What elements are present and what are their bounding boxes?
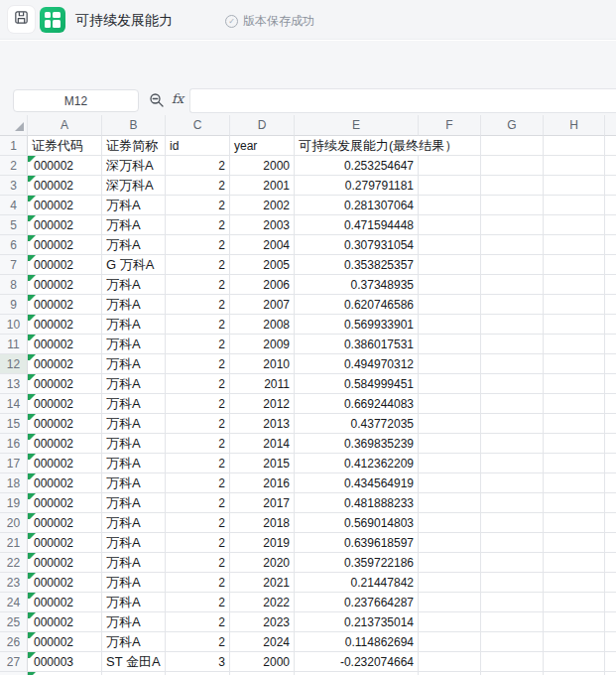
row-number[interactable]: 21: [0, 533, 28, 553]
empty-cell[interactable]: [544, 354, 605, 374]
name-cell[interactable]: 万科A: [102, 354, 166, 374]
empty-cell[interactable]: [419, 473, 481, 493]
empty-cell[interactable]: [605, 354, 616, 374]
empty-cell[interactable]: [481, 573, 544, 593]
name-cell[interactable]: 万科A: [102, 315, 166, 335]
empty-cell[interactable]: [481, 235, 544, 255]
row-number[interactable]: 17: [0, 454, 28, 473]
empty-cell[interactable]: [605, 533, 616, 553]
empty-cell[interactable]: [544, 394, 605, 414]
name-cell[interactable]: 万科A: [102, 196, 166, 215]
insert-function-button[interactable]: fx: [172, 91, 184, 106]
name-cell[interactable]: 万科A: [102, 414, 166, 434]
empty-cell[interactable]: [544, 454, 605, 473]
id-cell[interactable]: 2: [166, 176, 230, 196]
year-cell[interactable]: 2022: [230, 593, 295, 612]
id-cell[interactable]: 2: [166, 593, 230, 612]
name-cell[interactable]: 万科A: [102, 493, 166, 513]
year-cell[interactable]: 2007: [230, 295, 295, 315]
empty-cell[interactable]: [481, 374, 544, 394]
empty-cell[interactable]: [605, 454, 616, 473]
row-number[interactable]: 1: [0, 136, 28, 156]
empty-cell[interactable]: [419, 315, 481, 335]
empty-cell[interactable]: [605, 394, 616, 414]
empty-cell[interactable]: [605, 235, 616, 255]
empty-cell[interactable]: [544, 513, 605, 533]
year-cell[interactable]: 2000: [230, 652, 295, 672]
name-cell[interactable]: 万科A: [102, 612, 166, 632]
year-cell[interactable]: 2020: [230, 553, 295, 573]
empty-cell[interactable]: [481, 196, 544, 215]
empty-cell[interactable]: [544, 612, 605, 632]
id-cell[interactable]: 2: [166, 493, 230, 513]
code-cell[interactable]: 000002: [28, 454, 102, 473]
year-cell[interactable]: 2017: [230, 493, 295, 513]
row-number[interactable]: 13: [0, 374, 28, 394]
empty-cell[interactable]: [605, 473, 616, 493]
column-header-d[interactable]: D: [230, 115, 295, 136]
document-title[interactable]: 可持续发展能力: [75, 12, 173, 30]
column-header-e[interactable]: E: [295, 115, 419, 136]
row-number[interactable]: 27: [0, 652, 28, 672]
formula-input[interactable]: [189, 88, 616, 113]
name-cell[interactable]: G 万科A: [102, 255, 166, 275]
code-cell[interactable]: 000002: [28, 374, 102, 394]
code-cell[interactable]: 000002: [28, 473, 102, 493]
empty-cell[interactable]: [605, 315, 616, 335]
year-cell[interactable]: 2011: [230, 374, 295, 394]
empty-cell[interactable]: [481, 434, 544, 454]
code-cell[interactable]: 000002: [28, 612, 102, 632]
row-number[interactable]: 26: [0, 632, 28, 652]
value-cell[interactable]: 0.353825357: [295, 255, 419, 275]
year-cell[interactable]: 2015: [230, 454, 295, 473]
year-cell[interactable]: 2006: [230, 275, 295, 295]
name-cell[interactable]: 万科A: [102, 632, 166, 652]
code-cell[interactable]: 000002: [28, 215, 102, 235]
empty-cell[interactable]: [544, 434, 605, 454]
value-cell[interactable]: 0.213735014: [295, 612, 419, 632]
row-number[interactable]: 15: [0, 414, 28, 434]
empty-cell[interactable]: [419, 176, 481, 196]
year-cell[interactable]: 2013: [230, 414, 295, 434]
row-number[interactable]: 5: [0, 215, 28, 235]
empty-cell[interactable]: [544, 652, 605, 672]
empty-cell[interactable]: [605, 196, 616, 215]
empty-cell[interactable]: [544, 295, 605, 315]
empty-cell[interactable]: [481, 612, 544, 632]
year-cell[interactable]: 2016: [230, 473, 295, 493]
row-number[interactable]: 25: [0, 612, 28, 632]
empty-cell[interactable]: [419, 275, 481, 295]
id-cell[interactable]: 2: [166, 156, 230, 176]
id-cell[interactable]: 2: [166, 632, 230, 652]
code-cell[interactable]: 000002: [28, 156, 102, 176]
id-cell[interactable]: 2: [166, 414, 230, 434]
cell-i1[interactable]: [605, 136, 616, 156]
empty-cell[interactable]: [419, 196, 481, 215]
value-cell[interactable]: 0.434564919: [295, 473, 419, 493]
empty-cell[interactable]: [481, 295, 544, 315]
cell-d1[interactable]: year: [230, 136, 295, 156]
empty-cell[interactable]: [419, 215, 481, 235]
code-cell[interactable]: 000002: [28, 513, 102, 533]
year-cell[interactable]: 2002: [230, 196, 295, 215]
cell-a1[interactable]: 证券代码: [28, 136, 102, 156]
id-cell[interactable]: 2: [166, 374, 230, 394]
select-all-corner[interactable]: [0, 115, 28, 136]
empty-cell[interactable]: [481, 354, 544, 374]
empty-cell[interactable]: [605, 573, 616, 593]
year-cell[interactable]: 2003: [230, 215, 295, 235]
empty-cell[interactable]: [419, 533, 481, 553]
empty-cell[interactable]: [605, 414, 616, 434]
name-cell[interactable]: 万科A: [102, 454, 166, 473]
name-cell[interactable]: 万科A: [102, 573, 166, 593]
empty-cell[interactable]: [481, 593, 544, 612]
cell-g1[interactable]: [481, 136, 544, 156]
value-cell[interactable]: 0.281307064: [295, 196, 419, 215]
row-number[interactable]: 11: [0, 335, 28, 354]
row-number[interactable]: 3: [0, 176, 28, 196]
year-cell[interactable]: 2000: [230, 156, 295, 176]
empty-cell[interactable]: [605, 156, 616, 176]
row-number[interactable]: 16: [0, 434, 28, 454]
year-cell[interactable]: 2012: [230, 394, 295, 414]
zoom-out-icon[interactable]: [148, 91, 166, 113]
